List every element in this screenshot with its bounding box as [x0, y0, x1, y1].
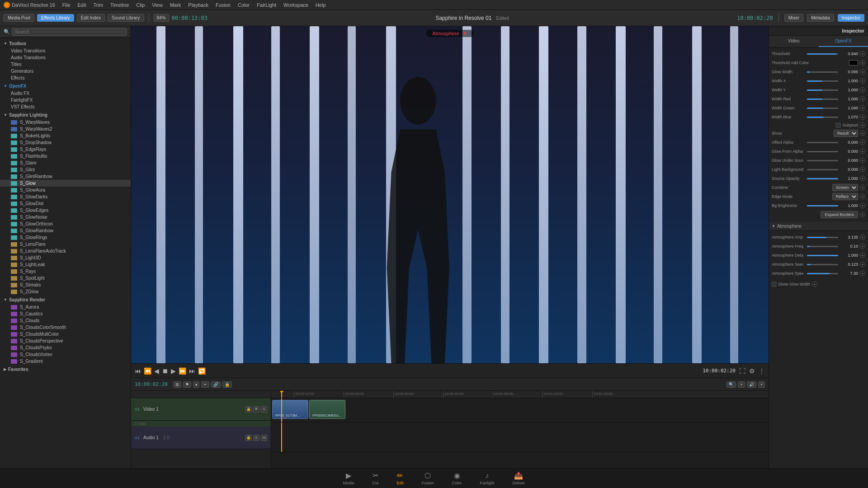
effect-spotlight[interactable]: S_SpotLight — [0, 275, 131, 282]
param-combine-select[interactable]: Screen — [832, 184, 858, 191]
param-threshold-add[interactable]: + — [860, 51, 865, 56]
param-width-red-add[interactable]: + — [860, 96, 865, 102]
favorites-header[interactable]: ▶ Favorites — [0, 366, 131, 373]
param-edge-mode-select[interactable]: Reflect — [832, 193, 858, 200]
track-audio-m-icon[interactable]: M — [261, 435, 267, 441]
edit-index-btn[interactable]: Edit Index — [77, 14, 105, 22]
param-color-add[interactable]: + — [860, 60, 865, 66]
menu-mark[interactable]: Mark — [170, 2, 181, 8]
more-btn[interactable]: ⋮ — [759, 367, 765, 375]
track-solo-icon[interactable]: S — [261, 406, 267, 413]
param-glow-under-source-slider[interactable] — [807, 160, 839, 161]
tab-video[interactable]: Video — [769, 36, 819, 47]
effect-glowdarks[interactable]: S_GlowDarks — [0, 193, 131, 200]
param-combine-add[interactable]: + — [860, 185, 865, 190]
effect-gradient[interactable]: S_Gradient — [0, 358, 131, 365]
param-width-green-slider[interactable] — [807, 108, 839, 109]
param-atmo-detail-slider[interactable] — [807, 255, 839, 256]
effect-edgerays[interactable]: S_EdgeRays — [0, 146, 131, 153]
param-light-bg-add[interactable]: + — [860, 167, 865, 172]
param-bg-brightness-add[interactable]: + — [860, 203, 865, 208]
param-glow-from-alpha-add[interactable]: + — [860, 149, 865, 154]
sapphire-render-header[interactable]: ▼ Sapphire Render — [0, 296, 131, 304]
effect-flashbulbs[interactable]: S_Flashbulbs — [0, 153, 131, 160]
track-content-audio1[interactable] — [271, 422, 769, 452]
effect-warpwaves2[interactable]: S_WarpWaves2 — [0, 126, 131, 132]
tl-snap-btn[interactable]: ⊞ — [173, 381, 181, 388]
tl-flag-btn[interactable]: ⚑ — [183, 381, 191, 388]
param-width-y-slider[interactable] — [807, 89, 839, 91]
loop-btn[interactable]: 🔁 — [198, 367, 206, 375]
clip-1[interactable]: FP00_0173M... — [272, 400, 308, 419]
param-atmo-freq-add[interactable]: + — [860, 244, 865, 249]
menu-fusion[interactable]: Fusion — [216, 2, 231, 8]
effect-bokehlights[interactable]: S_BokehLights — [0, 132, 131, 139]
search-input[interactable] — [12, 28, 127, 36]
param-glow-under-source-add[interactable]: + — [860, 158, 865, 163]
atmosphere-dropdown-icon[interactable]: ▼ — [462, 31, 467, 36]
param-expand-add[interactable]: + — [860, 212, 865, 217]
effect-lightleak[interactable]: S_LightLeak — [0, 261, 131, 268]
go-to-start-btn[interactable]: ⏮ — [135, 367, 141, 375]
effect-streaks[interactable]: S_Streaks — [0, 282, 131, 288]
sidebar-item-video-transitions[interactable]: Video Transitions — [0, 47, 131, 54]
track-lock-icon[interactable]: 🔒 — [245, 406, 252, 413]
param-width-blue-add[interactable]: + — [860, 114, 865, 120]
param-affect-alpha-add[interactable]: + — [860, 140, 865, 145]
track-mute-icon[interactable]: 👁 — [253, 406, 259, 413]
effect-caustics[interactable]: S_Caustics — [0, 310, 131, 317]
tl-add-btn[interactable]: + — [758, 381, 765, 388]
menu-fairlight[interactable]: FairLight — [257, 2, 276, 8]
effect-cloudspsyko[interactable]: S_CloudsPsyko — [0, 344, 131, 351]
fullscreen-btn[interactable]: ⛶ — [739, 367, 745, 375]
go-to-end-btn[interactable]: ⏭ — [189, 367, 195, 375]
tl-razor-btn[interactable]: ✂ — [201, 381, 209, 388]
sidebar-item-audio-transitions[interactable]: Audio Transitions — [0, 54, 131, 61]
menu-timeline[interactable]: Timeline — [110, 2, 129, 8]
subpixel-checkbox[interactable]: ✓ — [836, 123, 840, 127]
tl-audio-btn[interactable]: 🔊 — [747, 381, 756, 388]
media-pool-btn[interactable]: Media Pool — [4, 14, 34, 22]
next-frame-btn[interactable]: ⏩ — [179, 367, 186, 375]
menu-color[interactable]: Color — [238, 2, 250, 8]
metadata-btn[interactable]: Metadata — [807, 14, 834, 22]
menu-view[interactable]: View — [152, 2, 163, 8]
sidebar-item-titles[interactable]: Titles — [0, 61, 131, 68]
menu-trim[interactable]: Trim — [94, 2, 104, 8]
effect-cloudsvortex[interactable]: S_CloudsVortex — [0, 351, 131, 358]
param-glow-width-slider[interactable] — [807, 71, 839, 73]
effect-light3d[interactable]: S_Light3D — [0, 254, 131, 261]
nav-fusion[interactable]: ⬡ Fusion — [422, 471, 434, 485]
param-edge-mode-add[interactable]: + — [860, 194, 865, 199]
effect-glownoise[interactable]: S_GlowNoise — [0, 214, 131, 221]
effect-glint[interactable]: S_Glint — [0, 166, 131, 173]
nav-color[interactable]: ◉ Color — [452, 471, 462, 485]
sidebar-item-vst-effects[interactable]: VST Effects — [0, 103, 131, 110]
effect-lensflare[interactable]: S_LensFlare — [0, 241, 131, 248]
effect-rays[interactable]: S_Rays — [0, 268, 131, 275]
param-glow-width-add[interactable]: + — [860, 69, 865, 75]
sound-library-btn[interactable]: Sound Library — [108, 14, 144, 22]
sidebar-item-effects[interactable]: Effects — [0, 75, 131, 81]
zoom-control[interactable]: 84% — [154, 14, 169, 22]
effect-glowdist[interactable]: S_GlowDist — [0, 200, 131, 207]
effect-cloudsperspective[interactable]: S_CloudsPerspective — [0, 338, 131, 344]
openfx-header[interactable]: ▼ OpenFX — [0, 82, 131, 90]
timeline-tracks[interactable]: 10:00:10:00 10:00:20:00 10:00:30:00 10:0… — [271, 391, 769, 468]
tl-zoom-out-btn[interactable]: 🔍 — [726, 381, 736, 388]
track-audio-lock-icon[interactable]: 🔒 — [245, 435, 252, 441]
atmosphere-section-header[interactable]: ▼ Atmosphere — [769, 222, 868, 231]
show-glow-width-checkbox[interactable]: ✓ — [772, 282, 776, 286]
tl-marker-btn[interactable]: ♦ — [193, 381, 200, 388]
param-width-red-slider[interactable] — [807, 99, 839, 100]
play-reverse-btn[interactable]: ◀ — [154, 367, 159, 375]
effect-lensflare-auto[interactable]: S_LensFlareAutoTrack — [0, 248, 131, 254]
effect-zglow[interactable]: S_ZGlow — [0, 288, 131, 295]
effect-cloudscolorsmooth[interactable]: S_CloudsColorSmooth — [0, 324, 131, 331]
show-glow-width-add[interactable]: + — [812, 282, 817, 287]
tab-openfx[interactable]: OpenFX — [819, 36, 868, 47]
param-width-x-slider[interactable] — [807, 80, 839, 82]
param-width-x-add[interactable]: + — [860, 78, 865, 84]
effect-warpwaves[interactable]: S_WarpWaves — [0, 119, 131, 126]
settings-btn[interactable]: ⚙ — [749, 367, 755, 375]
